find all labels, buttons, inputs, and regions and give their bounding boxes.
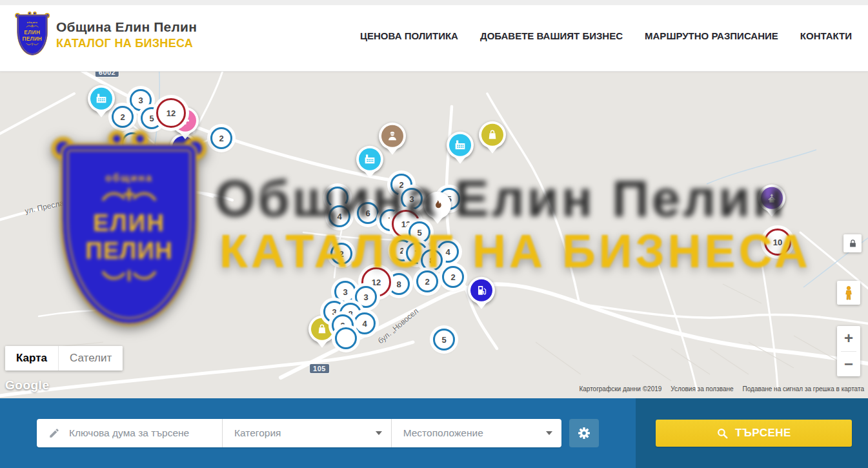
zoom-out-button[interactable]: − xyxy=(837,352,860,377)
map-pin-worker[interactable] xyxy=(379,123,406,150)
map-cluster-marker[interactable] xyxy=(121,132,143,154)
map-pin-shopping-bag[interactable] xyxy=(479,121,506,148)
church-icon xyxy=(761,187,783,209)
main-nav: ЦЕНОВА ПОЛИТИКА ДОБАВЕТЕ ВАШИЯТ БИЗНЕС М… xyxy=(360,0,852,71)
cluster-count: 3 xyxy=(332,307,336,317)
map-cluster-marker[interactable]: 5 xyxy=(409,221,430,243)
cluster-count: 3 xyxy=(363,292,368,302)
map-type-control: Карта Сателит xyxy=(5,346,123,371)
map-pin-flame[interactable] xyxy=(424,192,451,219)
crest-town-word: община xyxy=(27,21,38,23)
cluster-count: 3 xyxy=(343,287,347,297)
top-strip xyxy=(0,0,868,5)
pegman-button[interactable] xyxy=(837,281,860,305)
site-title: Община Елин Пелин xyxy=(56,19,197,35)
dot-icon xyxy=(172,136,194,158)
cluster-count: 5 xyxy=(149,114,154,123)
worker-icon xyxy=(381,125,403,147)
map-attribution: Картографски данни ©2019 Условия за полз… xyxy=(579,385,864,392)
map-canvas[interactable]: 6002105ул. Преславбул. „Новосел 32512223… xyxy=(0,71,868,398)
cluster-count: 5 xyxy=(417,228,421,238)
chevron-down-icon xyxy=(376,431,382,435)
zoom-control: + − xyxy=(837,326,860,376)
map-cluster-marker[interactable]: 2 xyxy=(330,243,352,265)
factory-icon xyxy=(90,88,112,110)
site-logo[interactable]: община ЕЛИН ПЕЛИН Община Елин Пелин КАТА… xyxy=(15,14,197,56)
search-submit-button[interactable]: ТЪРСЕНЕ xyxy=(656,420,852,447)
flame-icon xyxy=(427,194,449,216)
gear-icon xyxy=(576,425,592,441)
map-cluster-marker[interactable]: 4 xyxy=(328,205,350,227)
category-select-value: Категория xyxy=(234,427,281,439)
cluster-count: 8 xyxy=(396,280,401,289)
pegman-icon xyxy=(842,285,856,301)
google-logo[interactable]: Google xyxy=(5,378,49,392)
cluster-count: 5 xyxy=(441,335,446,345)
map-markers-layer: 3251222356471352274881222333843510 xyxy=(0,71,868,398)
fuel-pump-icon xyxy=(470,280,492,301)
map-cluster-marker[interactable] xyxy=(335,327,357,349)
cluster-count: 2 xyxy=(399,180,403,190)
cluster-count: 8 xyxy=(429,256,434,265)
cluster-count: 3 xyxy=(409,194,414,204)
keyword-search-input[interactable] xyxy=(68,427,222,440)
map-cluster-marker[interactable]: 2 xyxy=(442,266,464,288)
cluster-count: 4 xyxy=(445,247,450,257)
search-bar: Категория Местоположение xyxy=(0,398,868,468)
street-view-lock-button[interactable] xyxy=(843,234,862,252)
crest-ornament-bottom xyxy=(26,43,39,46)
map-pin-factory[interactable] xyxy=(88,85,115,112)
cluster-count: 7 xyxy=(414,249,419,258)
map-cluster-marker[interactable]: 2 xyxy=(210,127,232,149)
lock-icon xyxy=(848,239,858,249)
map-pin-fuel-pump[interactable] xyxy=(468,277,495,304)
map-type-map-button[interactable]: Карта xyxy=(5,346,58,371)
map-cluster-marker[interactable]: 2 xyxy=(416,270,438,292)
advanced-settings-button[interactable] xyxy=(569,419,599,447)
attribution-terms-link[interactable]: Условия за ползване xyxy=(671,385,733,392)
map-cluster-marker[interactable]: 2 xyxy=(112,106,134,128)
cluster-count: 2 xyxy=(399,246,404,256)
attribution-report-error-link[interactable]: Подаване на сигнал за грешка в картата xyxy=(743,385,864,392)
nav-pricing-policy[interactable]: ЦЕНОВА ПОЛИТИКА xyxy=(360,30,458,41)
map-type-satellite-button[interactable]: Сателит xyxy=(58,346,123,371)
location-select-value: Местоположение xyxy=(403,427,483,439)
map-pin-church[interactable] xyxy=(758,185,785,212)
map-pin-factory[interactable] xyxy=(356,146,383,173)
site-subtitle: КАТАЛОГ НА БИЗНЕСА xyxy=(56,37,197,50)
pencil-icon xyxy=(48,427,60,439)
cluster-count: 2 xyxy=(219,134,223,143)
map-cluster-marker[interactable]: 3 xyxy=(355,286,377,308)
header: община ЕЛИН ПЕЛИН Община Елин Пелин КАТА… xyxy=(0,0,868,72)
crest-line2: ПЕЛИН xyxy=(23,36,43,42)
cluster-count: 12 xyxy=(372,278,381,287)
map-cluster-marker[interactable]: 8 xyxy=(421,249,443,271)
map-cluster-marker[interactable]: 8 xyxy=(388,273,410,295)
map-cluster-marker[interactable]: 4 xyxy=(354,312,376,334)
search-button-label: ТЪРСЕНЕ xyxy=(735,427,791,440)
cluster-count: 2 xyxy=(450,272,455,282)
search-field-group: Категория Местоположение xyxy=(37,419,561,447)
chevron-down-icon xyxy=(546,431,552,435)
nav-contacts[interactable]: КОНТАКТИ xyxy=(800,30,852,41)
location-select[interactable]: Местоположение xyxy=(392,419,561,447)
nav-add-your-business[interactable]: ДОБАВЕТЕ ВАШИЯТ БИЗНЕС xyxy=(480,30,623,41)
category-select[interactable]: Категория xyxy=(223,419,392,447)
factory-icon xyxy=(449,134,471,156)
map-cluster-marker[interactable]: 5 xyxy=(433,329,455,351)
nav-route-schedule[interactable]: МАРШРУТНО РАЗПИСАНИЕ xyxy=(645,30,778,41)
map-cluster-marker[interactable]: 10 xyxy=(764,229,791,256)
cluster-count: 4 xyxy=(337,212,341,221)
crest-line1: ЕЛИН xyxy=(25,30,41,36)
crest-ornament xyxy=(26,25,39,29)
factory-icon xyxy=(359,148,381,170)
shopping-bag-icon xyxy=(481,124,503,146)
map-cluster-marker[interactable]: 3 xyxy=(334,281,356,303)
map-cluster-marker[interactable]: 12 xyxy=(156,98,186,128)
map-cluster-marker[interactable]: 3 xyxy=(401,188,423,210)
map-cluster-marker[interactable]: 6 xyxy=(357,202,379,224)
zoom-in-button[interactable]: + xyxy=(837,326,860,351)
map-pin-factory[interactable] xyxy=(447,132,474,159)
cluster-count: 2 xyxy=(339,249,343,259)
cluster-count: 2 xyxy=(425,277,429,287)
